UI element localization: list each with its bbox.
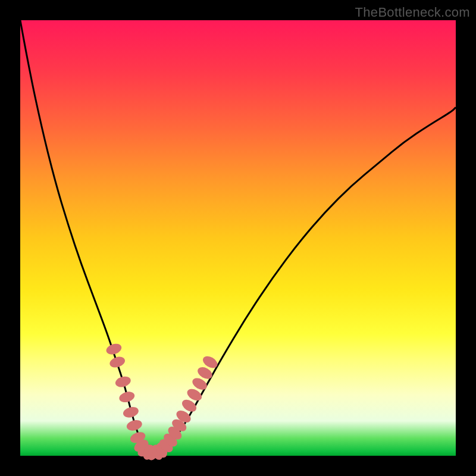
bead-marker [126, 418, 143, 432]
bead-marker [122, 405, 140, 419]
bead-marker [105, 342, 123, 356]
chart-svg [20, 20, 456, 456]
bead-marker [114, 375, 132, 389]
bead-marker [118, 390, 136, 404]
bottleneck-curve-path [20, 20, 456, 453]
bead-marker [108, 355, 126, 369]
chart-plot-area [20, 20, 456, 456]
bead-markers-group [105, 342, 220, 462]
chart-frame: TheBottleneck.com [0, 0, 476, 476]
watermark-text: TheBottleneck.com [355, 5, 470, 20]
